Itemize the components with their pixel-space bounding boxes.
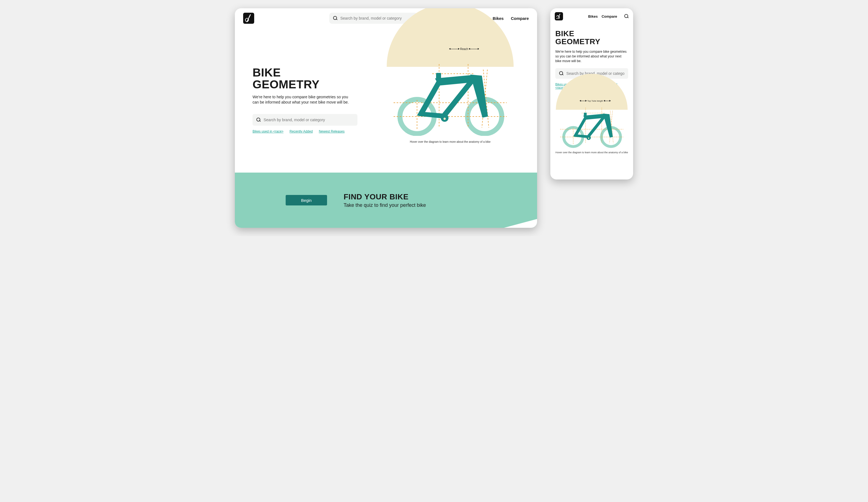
header-search-input[interactable]: [340, 16, 414, 20]
page-title: BIKE GEOMETRY: [555, 30, 628, 45]
quick-link-race[interactable]: Bikes used in <race>: [252, 130, 283, 133]
hero: BIKE GEOMETRY We're here to help you com…: [235, 28, 537, 149]
diagram-column: Reach Hover over the diagram to learn mo…: [381, 39, 519, 143]
cta-band: Begin FIND YOUR BIKE Take the quiz to fi…: [235, 173, 537, 228]
desktop-frame: Bikes Compare BIKE GEOMETRY We're here t…: [235, 8, 537, 228]
nav-compare[interactable]: Compare: [511, 16, 529, 21]
cta-subtitle: Take the quiz to find your perfect bike: [344, 202, 426, 208]
search-icon[interactable]: [624, 14, 629, 19]
header-nav: Bikes Compare: [493, 16, 529, 21]
nav-compare[interactable]: Compare: [602, 14, 617, 19]
bike-diagram[interactable]: Top Tube length: [555, 94, 628, 150]
hero-copy: BIKE GEOMETRY We're here to help you com…: [252, 39, 370, 143]
page-subtitle: We're here to help you compare bike geom…: [555, 49, 628, 63]
logo-icon[interactable]: [243, 13, 254, 24]
begin-button[interactable]: Begin: [286, 195, 327, 205]
header: Bikes Compare: [550, 8, 633, 24]
nav-bikes[interactable]: Bikes: [588, 14, 598, 19]
metric-label: Top Tube length: [581, 100, 610, 102]
metric-label: Reach: [450, 48, 478, 51]
bike-frame-icon: [391, 59, 509, 136]
cta-copy: FIND YOUR BIKE Take the quiz to find you…: [344, 193, 426, 208]
bike-frame-icon: [559, 104, 625, 148]
nav-bikes[interactable]: Bikes: [493, 16, 504, 21]
diagram-caption: Hover over the diagram to learn more abo…: [410, 140, 490, 143]
hero-search-input[interactable]: [264, 117, 353, 122]
page-title: BIKE GEOMETRY: [252, 67, 370, 91]
hero-search[interactable]: [252, 114, 358, 126]
mobile-frame: Bikes Compare BIKE GEOMETRY We're here t…: [550, 8, 633, 180]
diagram-caption: Hover over the diagram to learn more abo…: [555, 151, 628, 154]
diagram-column: Top Tube length Hover over the diagram t…: [555, 94, 628, 154]
page-subtitle: We're here to help you compare bike geom…: [252, 94, 352, 105]
bike-diagram[interactable]: Reach: [384, 39, 516, 139]
header-search[interactable]: [329, 13, 417, 24]
quick-link-recent[interactable]: Recently Added: [290, 130, 313, 133]
header-nav: Bikes Compare: [588, 14, 617, 19]
search-icon: [256, 117, 261, 122]
logo-icon[interactable]: [555, 12, 563, 20]
quick-links: Bikes used in <race> Recently Added Newe…: [252, 130, 370, 133]
search-icon: [559, 71, 564, 76]
quick-link-newest[interactable]: Newest Releases: [319, 130, 344, 133]
cta-title: FIND YOUR BIKE: [344, 193, 426, 201]
hero: BIKE GEOMETRY We're here to help you com…: [550, 24, 633, 156]
search-icon: [333, 16, 338, 20]
